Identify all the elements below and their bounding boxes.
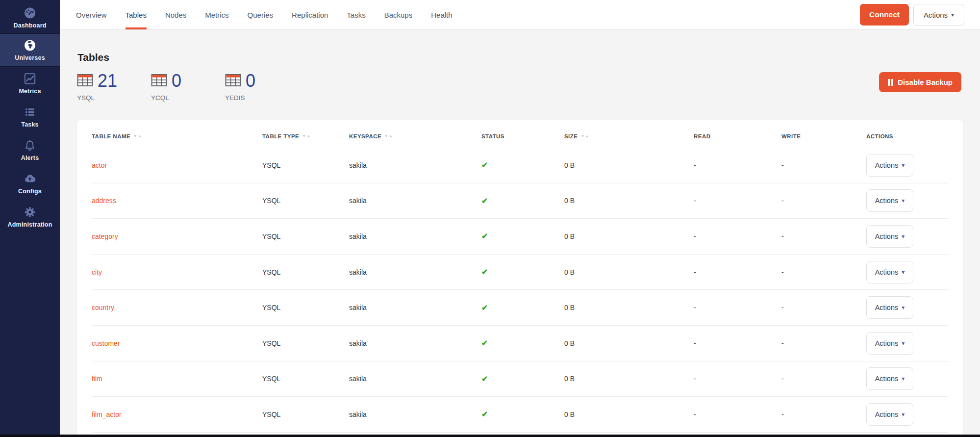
row-actions-button[interactable]: Actions▾ [866,403,913,426]
table-row: film_actorYSQLsakila✔0 B--Actions▾ [92,397,949,433]
status-ok-icon: ✔ [481,339,488,347]
status-ok-icon: ✔ [481,375,488,383]
column-header-label: WRITE [781,133,801,139]
column-header-actions: ACTIONS [866,133,949,139]
column-header-write: WRITE [781,133,866,139]
actions-cell: Actions▾ [866,332,949,355]
tab-queries[interactable]: Queries [238,0,283,29]
row-actions-label: Actions [875,232,899,240]
status-ok-icon: ✔ [481,197,488,205]
write-cell: - [781,375,866,383]
row-actions-button[interactable]: Actions▾ [866,332,913,355]
read-cell: - [694,232,781,240]
globe-icon [23,39,37,52]
table-row: countryYSQLsakila✔0 B--Actions▾ [92,290,949,326]
read-cell: - [694,411,781,418]
row-actions-label: Actions [875,161,899,169]
sidebar-item-label: Dashboard [13,22,46,29]
sidebar-item-metrics[interactable]: Metrics [0,67,60,100]
table-name-link[interactable]: country [92,304,262,311]
size-cell: 0 B [564,232,694,240]
stat-row: 0 [151,72,225,90]
chevron-down-icon: ▾ [951,12,954,18]
sidebar-item-configs[interactable]: Configs [0,167,60,200]
table-type-cell: YSQL [262,339,349,347]
status-ok-icon: ✔ [481,232,488,240]
connect-button[interactable]: Connect [860,4,909,26]
tab-tasks[interactable]: Tasks [337,0,375,29]
column-header-size[interactable]: SIZE▼▲ [564,133,694,139]
sidebar-item-alerts[interactable]: Alerts [0,133,60,167]
row-actions-button[interactable]: Actions▾ [866,154,913,177]
table-name-link[interactable]: city [92,268,262,276]
table-grid-icon [77,74,93,89]
tab-tables[interactable]: Tables [116,0,156,29]
table-row: categoryYSQLsakila✔0 B--Actions▾ [92,219,949,255]
column-header-keyspace[interactable]: KEYSPACE▼▲ [349,133,481,139]
disable-backup-button[interactable]: Disable Backup [879,72,961,92]
sidebar-item-label: Universes [15,54,45,61]
gear-icon [23,206,37,219]
table-row: actorYSQLsakila✔0 B--Actions▾ [92,148,949,183]
tab-replication[interactable]: Replication [282,0,337,29]
chevron-down-icon: ▾ [902,376,905,382]
table-type-cell: YSQL [262,375,349,383]
table-row: customerYSQLsakila✔0 B--Actions▾ [92,326,949,361]
tab-overview[interactable]: Overview [67,0,116,29]
actions-cell: Actions▾ [866,403,949,426]
row-actions-label: Actions [875,304,899,311]
column-header-table-name[interactable]: TABLE NAME▼▲ [92,133,262,139]
read-cell: - [694,304,781,311]
sidebar-item-universes[interactable]: Universes [0,33,60,67]
row-actions-label: Actions [875,339,899,347]
row-actions-button[interactable]: Actions▾ [866,261,913,283]
column-header-label: ACTIONS [866,133,893,139]
stat-label: YEDIS [225,94,299,102]
column-header-label: KEYSPACE [349,133,381,139]
column-header-label: SIZE [564,133,578,139]
row-actions-button[interactable]: Actions▾ [866,189,913,212]
status-cell: ✔ [481,160,564,170]
row-actions-button[interactable]: Actions▾ [866,296,913,319]
table-name-link[interactable]: address [92,197,262,205]
chevron-down-icon: ▾ [902,162,905,168]
tab-nodes[interactable]: Nodes [156,0,196,29]
sidebar-item-label: Metrics [19,88,41,95]
keyspace-cell: sakila [349,411,481,418]
universe-tabs: OverviewTablesNodesMetricsQueriesReplica… [60,0,462,29]
tab-backups[interactable]: Backups [375,0,422,29]
read-cell: - [694,375,781,383]
window-bottom-edge [0,435,980,437]
disable-backup-label: Disable Backup [898,78,953,86]
sidebar-item-dashboard[interactable]: Dashboard [0,0,60,33]
sidebar-item-administration[interactable]: Administration [0,200,60,233]
table-type-cell: YSQL [262,197,349,205]
table-name-link[interactable]: film [92,375,262,383]
keyspace-cell: sakila [349,375,481,383]
bell-icon [23,139,37,152]
table-name-link[interactable]: customer [92,339,262,347]
size-cell: 0 B [564,375,694,383]
tab-health[interactable]: Health [422,0,461,29]
table-name-link[interactable]: film_actor [92,411,262,418]
size-cell: 0 B [564,268,694,276]
column-header-label: READ [694,133,710,139]
sidebar-item-tasks[interactable]: Tasks [0,100,60,133]
column-header-label: TABLE NAME [92,133,130,139]
table-name-link[interactable]: category [92,232,262,240]
write-cell: - [781,304,866,311]
stat-yedis: 0YEDIS [225,72,299,102]
read-cell: - [694,339,781,347]
topbar-actions: Connect Actions ▾ [860,4,964,26]
column-header-table-type[interactable]: TABLE TYPE▼▲ [262,133,349,139]
table-name-link[interactable]: actor [92,161,262,169]
table-type-cell: YSQL [262,232,349,240]
column-header-read: READ [694,133,781,139]
universe-actions-button[interactable]: Actions ▾ [913,4,964,26]
row-actions-button[interactable]: Actions▾ [866,225,913,248]
row-actions-button[interactable]: Actions▾ [866,367,913,390]
tab-metrics[interactable]: Metrics [196,0,238,29]
sort-icon: ▼▲ [133,134,142,138]
status-cell: ✔ [481,267,564,277]
row-actions-label: Actions [875,197,899,205]
